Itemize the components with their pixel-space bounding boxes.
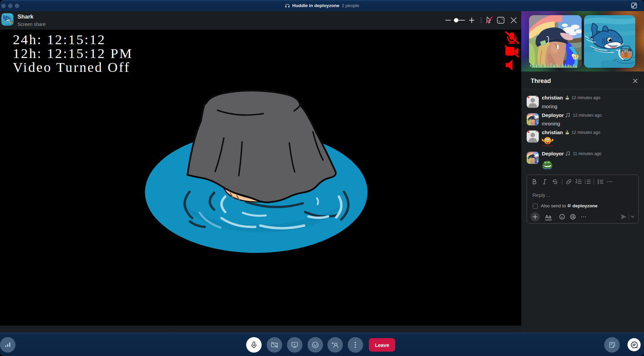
svg-text:Good Morning: Good Morning	[542, 144, 553, 147]
svg-text:Aa: Aa	[545, 214, 552, 219]
